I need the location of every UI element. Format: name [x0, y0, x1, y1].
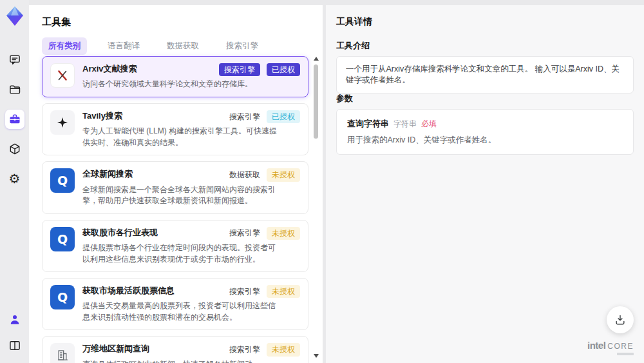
category-tabs: 所有类别 语言翻译 数据获取 搜索引擎 [42, 37, 265, 55]
status-badge: 未授权 [267, 168, 300, 181]
tool-card-sector-performance[interactable]: Q 获取股市各行业表现 搜索引擎 未授权 提供股票市场各个行业在特定时间段内的表… [42, 220, 308, 272]
tool-card-regional-news[interactable]: 万维地区新闻查询 搜索引擎 未授权 查询具体行政区划内的新闻，快速了解各地新闻动 [42, 336, 308, 363]
news-icon: Q [50, 285, 75, 309]
news-icon: Q [50, 168, 75, 193]
intro-heading: 工具介绍 [336, 40, 370, 52]
params-heading: 参数 [336, 93, 353, 104]
param-description: 用于搜索的Arxiv ID、关键字或作者姓名。 [347, 135, 623, 146]
tool-card-arxiv[interactable]: Arxiv文献搜索 搜索引擎 已授权 访问各个研究领域大量科学论文和文章的存储库… [42, 56, 308, 97]
tool-card-tavily[interactable]: Tavily搜索 搜索引擎 已授权 专为人工智能代理 (LLM) 构建的搜索引擎… [42, 103, 308, 155]
tool-description: 专为人工智能代理 (LLM) 构建的搜索引擎工具。可快速提供实时、准确和真实的结… [82, 126, 277, 148]
tool-description: 查询具体行政区划内的新闻，快速了解各地新闻动 [82, 359, 277, 363]
status-badge: 已授权 [267, 63, 300, 76]
category-label: 搜索引擎 [229, 344, 260, 355]
category-label: 搜索引擎 [229, 112, 260, 123]
status-badge: 已授权 [267, 110, 300, 123]
tool-card-active-stocks[interactable]: Q 获取市场最活跃股票信息 搜索引擎 未授权 提供当天交易量最高的股票列表，投资… [42, 278, 308, 330]
tool-name: 获取股市各行业表现 [82, 227, 158, 239]
app-logo-icon [5, 5, 25, 27]
tool-details-panel: 工具详情 工具介绍 一个用于从Arxiv存储库搜索科学论文和文章的工具。 输入可… [326, 5, 644, 363]
arxiv-icon [50, 63, 75, 88]
category-badge: 搜索引擎 [219, 63, 260, 76]
brand-core: CORE [607, 342, 634, 351]
news-icon: Q [50, 227, 75, 251]
tool-name: 万维地区新闻查询 [82, 343, 149, 355]
download-button[interactable] [607, 306, 634, 333]
sidebar-nav: ⚙ [5, 50, 24, 188]
category-label: 搜索引擎 [229, 228, 260, 239]
category-label: 数据获取 [229, 170, 260, 181]
tool-name: 获取市场最活跃股票信息 [82, 285, 175, 297]
app-sidebar: ⚙ [0, 0, 29, 363]
list-scrollbar[interactable] [313, 57, 319, 358]
brand-underline [617, 353, 634, 355]
tool-name: Arxiv文献搜索 [82, 63, 137, 75]
folder-icon[interactable] [5, 80, 24, 99]
tab-data-fetch[interactable]: 数据获取 [160, 37, 205, 55]
tool-card-list: Arxiv文献搜索 搜索引擎 已授权 访问各个研究领域大量科学论文和文章的存储库… [42, 56, 308, 363]
brand-intel: intel [587, 340, 605, 351]
param-name: 查询字符串 [347, 118, 389, 130]
tool-name: Tavily搜索 [82, 110, 122, 122]
param-required-label: 必填 [421, 119, 437, 130]
intro-box: 一个用于从Arxiv存储库搜索科学论文和文章的工具。 输入可以是Arxiv ID… [336, 56, 634, 93]
package-icon[interactable] [5, 139, 24, 159]
tool-description: 全球新闻搜索是一个聚合全球各大新闻网站内容的搜索引擎，帮助用户快速获取全球最新资… [82, 184, 277, 207]
scroll-up-icon[interactable] [314, 57, 319, 61]
tab-search-engine[interactable]: 搜索引擎 [220, 37, 265, 55]
category-label: 搜索引擎 [229, 286, 260, 297]
intel-core-logo: intelCORE [587, 340, 634, 355]
settings-icon[interactable]: ⚙ [5, 169, 24, 188]
building-icon [50, 343, 75, 363]
tool-description: 提供当天交易量最高的股票列表，投资者可以利用这些信息来识别流动性强的股票和潜在的… [82, 300, 277, 323]
panel-icon[interactable] [5, 336, 24, 355]
briefcase-icon[interactable] [5, 110, 24, 129]
chat-icon[interactable] [5, 50, 24, 70]
download-icon [614, 313, 627, 326]
param-type: 字符串 [393, 119, 417, 130]
tool-description: 提供股票市场各个行业在特定时间段内的表现。投资者可以利用这些信息来识别表现优于或… [82, 242, 277, 265]
tool-description: 访问各个研究领域大量科学论文和文章的存储库。 [82, 79, 277, 90]
page-title: 工具集 [42, 16, 71, 28]
status-badge: 未授权 [267, 227, 300, 240]
sidebar-bottom [5, 310, 24, 355]
tool-card-global-news[interactable]: Q 全球新闻搜索 数据获取 未授权 全球新闻搜索是一个聚合全球各大新闻网站内容的… [42, 161, 308, 213]
param-card: 查询字符串 字符串 必填 用于搜索的Arxiv ID、关键字或作者姓名。 [336, 109, 634, 155]
status-badge: 未授权 [267, 285, 300, 298]
tab-all-categories[interactable]: 所有类别 [42, 37, 87, 55]
scrollbar-thumb[interactable] [314, 64, 318, 139]
tool-name: 全球新闻搜索 [82, 168, 133, 180]
tab-translation[interactable]: 语言翻译 [101, 37, 146, 55]
sparkle-icon [50, 110, 75, 135]
details-title: 工具详情 [336, 16, 372, 28]
user-icon[interactable] [5, 310, 24, 329]
tool-list-panel: 工具集 所有类别 语言翻译 数据获取 搜索引擎 Arxiv文献搜索 搜索引擎 已… [29, 5, 323, 363]
status-badge: 未授权 [267, 343, 300, 356]
scroll-down-icon[interactable] [314, 354, 319, 358]
